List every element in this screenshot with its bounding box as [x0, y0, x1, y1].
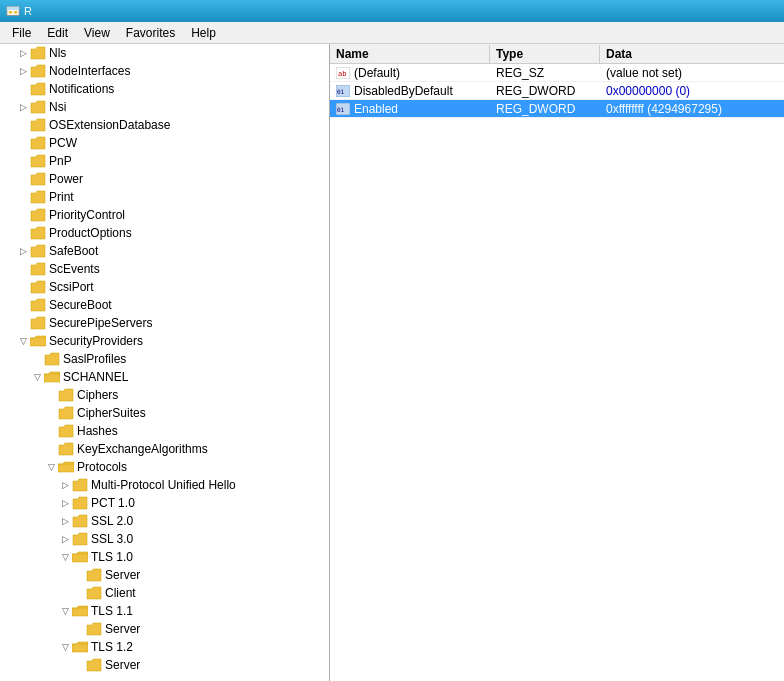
tree-label-productoptions: ProductOptions: [49, 226, 132, 240]
tree-item-ssl30[interactable]: ▷ SSL 3.0: [0, 530, 329, 548]
tree-label-multiproto: Multi-Protocol Unified Hello: [91, 478, 236, 492]
tree-item-notifications[interactable]: Notifications: [0, 80, 329, 98]
registry-row-disabledbydefault[interactable]: 01 DisabledByDefault REG_DWORD 0x0000000…: [330, 82, 784, 100]
tree-label-protocols: Protocols: [77, 460, 127, 474]
tree-item-ciphersuites[interactable]: CipherSuites: [0, 404, 329, 422]
expand-icon-secproviders[interactable]: ▽: [16, 334, 30, 348]
tree-item-multiproto[interactable]: ▷ Multi-Protocol Unified Hello: [0, 476, 329, 494]
menu-favorites[interactable]: Favorites: [118, 24, 183, 42]
expand-icon-tls11[interactable]: ▽: [58, 604, 72, 618]
reg-icon-dword: 01: [336, 84, 350, 98]
tree-item-print[interactable]: Print: [0, 188, 329, 206]
registry-row-default[interactable]: ab (Default) REG_SZ (value not set): [330, 64, 784, 82]
expand-icon-tls12[interactable]: ▽: [58, 640, 72, 654]
reg-data-disabledbydefault: 0x00000000 (0): [600, 83, 784, 99]
tree-item-securepipe[interactable]: SecurePipeServers: [0, 314, 329, 332]
tree-item-pcw[interactable]: PCW: [0, 134, 329, 152]
registry-panel[interactable]: Name Type Data ab (Default) REG_SZ (valu…: [330, 44, 784, 681]
tree-label-tls10server: Server: [105, 568, 140, 582]
tree-item-ciphers[interactable]: Ciphers: [0, 386, 329, 404]
folder-icon-print: [30, 190, 46, 204]
folder-icon-tls11server: [86, 622, 102, 636]
folder-icon-tls11: [72, 604, 88, 618]
folder-icon-pnp: [30, 154, 46, 168]
tree-item-ssl20[interactable]: ▷ SSL 2.0: [0, 512, 329, 530]
expand-icon-pct10[interactable]: ▷: [58, 496, 72, 510]
tree-item-protocols[interactable]: ▽ Protocols: [0, 458, 329, 476]
menu-view[interactable]: View: [76, 24, 118, 42]
tree-item-nsi[interactable]: ▷ Nsi: [0, 98, 329, 116]
expand-icon-nodeinterfaces[interactable]: ▷: [16, 64, 30, 78]
tree-item-power[interactable]: Power: [0, 170, 329, 188]
tree-item-pct10[interactable]: ▷ PCT 1.0: [0, 494, 329, 512]
tree-label-osextdb: OSExtensionDatabase: [49, 118, 170, 132]
reg-type-default: REG_SZ: [490, 65, 600, 81]
tree-item-safeboot[interactable]: ▷ SafeBoot: [0, 242, 329, 260]
tree-item-tls11[interactable]: ▽ TLS 1.1: [0, 602, 329, 620]
tree-panel[interactable]: ▷ Nls ▷ NodeInterfaces Notifications ▷: [0, 44, 330, 681]
tree-label-tls11server: Server: [105, 622, 140, 636]
tree-item-hashes[interactable]: Hashes: [0, 422, 329, 440]
tree-label-tls10client: Client: [105, 586, 136, 600]
tree-item-pnp[interactable]: PnP: [0, 152, 329, 170]
tree-item-nls[interactable]: ▷ Nls: [0, 44, 329, 62]
tree-item-osextdb[interactable]: OSExtensionDatabase: [0, 116, 329, 134]
menu-edit[interactable]: Edit: [39, 24, 76, 42]
expand-icon-nsi[interactable]: ▷: [16, 100, 30, 114]
tree-label-notifications: Notifications: [49, 82, 114, 96]
expand-icon-ssl20[interactable]: ▷: [58, 514, 72, 528]
tree-item-scsiport[interactable]: ScsiPort: [0, 278, 329, 296]
folder-icon-tls10: [72, 550, 88, 564]
tree-label-ssl30: SSL 3.0: [91, 532, 133, 546]
menu-help[interactable]: Help: [183, 24, 224, 42]
tree-item-tls10client[interactable]: Client: [0, 584, 329, 602]
reg-type-enabled: REG_DWORD: [490, 101, 600, 117]
folder-icon-tls12: [72, 640, 88, 654]
folder-icon-notifications: [30, 82, 46, 96]
folder-icon-protocols: [58, 460, 74, 474]
expand-icon-schannel[interactable]: ▽: [30, 370, 44, 384]
tree-label-pct10: PCT 1.0: [91, 496, 135, 510]
registry-row-enabled[interactable]: 01 Enabled REG_DWORD 0xffffffff (4294967…: [330, 100, 784, 118]
tree-label-safeboot: SafeBoot: [49, 244, 98, 258]
tree-item-secproviders[interactable]: ▽ SecurityProviders: [0, 332, 329, 350]
menu-file[interactable]: File: [4, 24, 39, 42]
tree-item-nodeinterfaces[interactable]: ▷ NodeInterfaces: [0, 62, 329, 80]
svg-rect-2: [9, 11, 13, 14]
reg-data-enabled: 0xffffffff (4294967295): [600, 101, 784, 117]
svg-rect-3: [14, 11, 18, 14]
tree-item-keyexchange[interactable]: KeyExchangeAlgorithms: [0, 440, 329, 458]
registry-header: Name Type Data: [330, 44, 784, 64]
tree-item-saslprofiles[interactable]: SaslProfiles: [0, 350, 329, 368]
folder-icon-prioritycontrol: [30, 208, 46, 222]
tree-item-tls10[interactable]: ▽ TLS 1.0: [0, 548, 329, 566]
tree-item-tls10server[interactable]: Server: [0, 566, 329, 584]
expand-icon-nls[interactable]: ▷: [16, 46, 30, 60]
reg-name-disabledbydefault: 01 DisabledByDefault: [330, 83, 490, 99]
col-header-name: Name: [330, 45, 490, 63]
folder-icon-productoptions: [30, 226, 46, 240]
expand-icon-protocols[interactable]: ▽: [44, 460, 58, 474]
expand-icon-ssl30[interactable]: ▷: [58, 532, 72, 546]
tree-item-schannel[interactable]: ▽ SCHANNEL: [0, 368, 329, 386]
folder-icon-secproviders: [30, 334, 46, 348]
reg-data-default: (value not set): [600, 65, 784, 81]
tree-label-securepipe: SecurePipeServers: [49, 316, 152, 330]
reg-icon-ab: ab: [336, 66, 350, 80]
expand-icon-tls10[interactable]: ▽: [58, 550, 72, 564]
folder-icon-pcw: [30, 136, 46, 150]
reg-type-disabledbydefault: REG_DWORD: [490, 83, 600, 99]
folder-icon-pct10: [72, 496, 88, 510]
svg-text:01: 01: [337, 88, 345, 95]
tree-item-tls11server[interactable]: Server: [0, 620, 329, 638]
tree-item-secureboot[interactable]: SecureBoot: [0, 296, 329, 314]
tree-item-prioritycontrol[interactable]: PriorityControl: [0, 206, 329, 224]
expand-icon-safeboot[interactable]: ▷: [16, 244, 30, 258]
tree-item-productoptions[interactable]: ProductOptions: [0, 224, 329, 242]
svg-text:ab: ab: [338, 70, 346, 78]
tree-item-scevents[interactable]: ScEvents: [0, 260, 329, 278]
expand-icon-multiproto[interactable]: ▷: [58, 478, 72, 492]
tree-item-tls12[interactable]: ▽ TLS 1.2: [0, 638, 329, 656]
folder-icon-nodeinterfaces: [30, 64, 46, 78]
tree-item-tls12server[interactable]: Server: [0, 656, 329, 674]
